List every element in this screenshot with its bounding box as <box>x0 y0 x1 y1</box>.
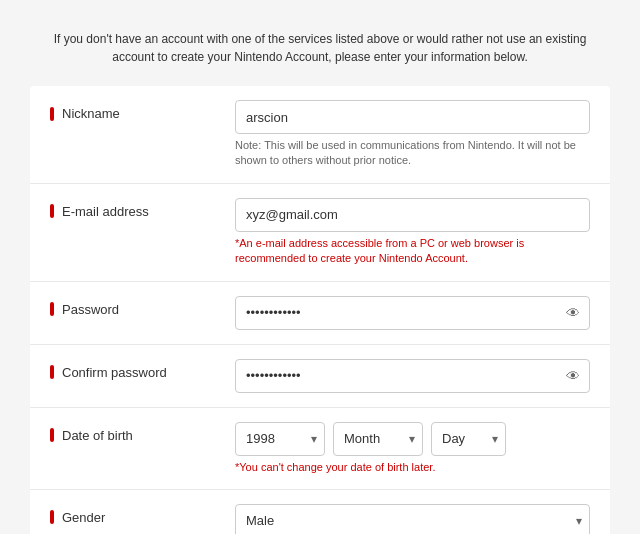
password-row: Password 👁 <box>30 282 610 345</box>
password-label: Password <box>62 302 119 317</box>
nickname-note: Note: This will be used in communication… <box>235 138 590 169</box>
dob-year-wrapper: 1998 <box>235 422 325 456</box>
required-marker <box>50 365 54 379</box>
required-marker <box>50 204 54 218</box>
form-section: Nickname Note: This will be used in comm… <box>30 86 610 534</box>
password-toggle-icon[interactable]: 👁 <box>566 305 580 321</box>
dob-note: *You can't change your date of birth lat… <box>235 460 590 475</box>
confirm-password-label-col: Confirm password <box>50 359 235 380</box>
confirm-password-row: Confirm password 👁 <box>30 345 610 408</box>
email-label: E-mail address <box>62 204 149 219</box>
dob-month-wrapper: Month <box>333 422 423 456</box>
required-marker <box>50 510 54 524</box>
dob-month-select[interactable]: Month <box>333 422 423 456</box>
dob-day-select[interactable]: Day <box>431 422 506 456</box>
dob-label: Date of birth <box>62 428 133 443</box>
nickname-input[interactable] <box>235 100 590 134</box>
gender-select[interactable]: Male Female Other <box>235 504 590 534</box>
email-note: *An e-mail address accessible from a PC … <box>235 236 590 267</box>
gender-label: Gender <box>62 510 105 525</box>
confirm-password-input-col: 👁 <box>235 359 590 393</box>
dob-year-select[interactable]: 1998 <box>235 422 325 456</box>
password-label-col: Password <box>50 296 235 317</box>
required-marker <box>50 428 54 442</box>
gender-row: Gender Male Female Other <box>30 490 610 534</box>
confirm-password-toggle-icon[interactable]: 👁 <box>566 368 580 384</box>
password-input-col: 👁 <box>235 296 590 330</box>
dob-row: Date of birth 1998 Month <box>30 408 610 490</box>
nickname-label-col: Nickname <box>50 100 235 121</box>
confirm-password-input[interactable] <box>235 359 590 393</box>
confirm-password-wrapper: 👁 <box>235 359 590 393</box>
dob-label-col: Date of birth <box>50 422 235 443</box>
email-input[interactable] <box>235 198 590 232</box>
email-input-col: *An e-mail address accessible from a PC … <box>235 198 590 267</box>
required-marker <box>50 302 54 316</box>
intro-text: If you don't have an account with one of… <box>30 30 610 66</box>
email-label-col: E-mail address <box>50 198 235 219</box>
nickname-label: Nickname <box>62 106 120 121</box>
dob-selects: 1998 Month Day <box>235 422 590 456</box>
confirm-password-label: Confirm password <box>62 365 167 380</box>
gender-wrapper: Male Female Other <box>235 504 590 534</box>
gender-label-col: Gender <box>50 504 235 525</box>
nickname-row: Nickname Note: This will be used in comm… <box>30 86 610 184</box>
required-marker <box>50 107 54 121</box>
nickname-input-col: Note: This will be used in communication… <box>235 100 590 169</box>
gender-input-col: Male Female Other <box>235 504 590 534</box>
password-wrapper: 👁 <box>235 296 590 330</box>
form-container: If you don't have an account with one of… <box>30 20 610 534</box>
dob-input-col: 1998 Month Day *You can't change yo <box>235 422 590 475</box>
email-row: E-mail address *An e-mail address access… <box>30 184 610 282</box>
dob-day-wrapper: Day <box>431 422 506 456</box>
password-input[interactable] <box>235 296 590 330</box>
